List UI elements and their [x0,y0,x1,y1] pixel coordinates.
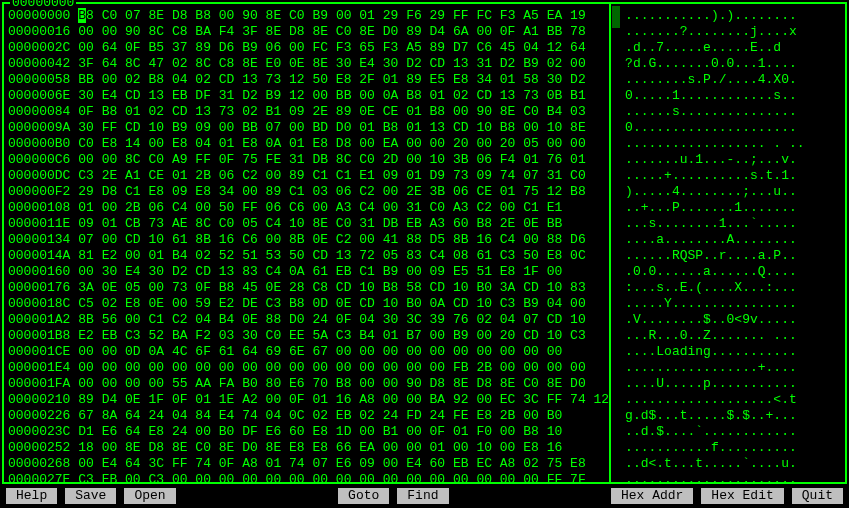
hex-byte[interactable]: 00 [523,344,539,359]
hex-byte[interactable]: FE [266,152,282,167]
hex-byte[interactable]: 73 [219,104,235,119]
hex-byte[interactable]: B0 [476,280,492,295]
hex-byte[interactable]: A2 [242,392,258,407]
hex-byte[interactable]: 92 [453,392,469,407]
hex-byte[interactable]: D8 [336,136,352,151]
hex-byte[interactable]: 80 [266,376,282,391]
hex-row[interactable]: 00000016 00 00 90 8C C8 BA F4 3F 8E D8 8… [8,24,609,40]
hex-byte[interactable]: 00 [406,472,422,487]
hex-byte[interactable]: B4 [219,312,235,327]
hex-byte[interactable]: 73 [523,88,539,103]
hex-byte[interactable]: B4 [359,328,375,343]
hex-byte[interactable]: 00 [148,136,164,151]
hex-byte[interactable]: 69 [266,344,282,359]
hex-byte[interactable]: 05 [383,248,399,263]
hex-byte[interactable]: 13 [195,104,211,119]
hex-byte[interactable]: 01 [148,248,164,263]
hex-byte[interactable]: 2D [383,152,399,167]
hex-byte[interactable]: 09 [476,168,492,183]
hex-byte[interactable]: C3 [78,472,94,487]
hex-byte[interactable]: 00 [78,360,94,375]
goto-button[interactable]: Goto [338,488,389,504]
hex-byte[interactable]: BA [430,392,446,407]
hex-byte[interactable]: 07 [523,312,539,327]
hex-byte[interactable]: 00 [78,264,94,279]
hex-byte[interactable]: CD [125,232,141,247]
hex-byte[interactable]: 01 [195,392,211,407]
hex-byte[interactable]: 0D [125,344,141,359]
hex-byte[interactable]: 09 [195,120,211,135]
hex-byte[interactable]: 8E [149,8,165,23]
hex-byte[interactable]: 03 [312,184,328,199]
hex-byte[interactable]: E6 [289,376,305,391]
hex-byte[interactable]: D4 [102,392,118,407]
hex-byte[interactable]: C6 [476,40,492,55]
hex-byte[interactable]: 30 [383,312,399,327]
hex-byte[interactable]: 00 [102,360,118,375]
hex-byte[interactable]: 07 [78,232,94,247]
hex-byte[interactable]: 16 [336,392,352,407]
hex-row[interactable]: 0000014A 81 E2 00 01 B4 02 52 51 53 50 C… [8,248,609,264]
hex-byte[interactable]: 50 [219,200,235,215]
hex-byte[interactable]: B9 [523,56,539,71]
hex-byte[interactable]: E8 [148,184,164,199]
hex-row[interactable]: 000000B0 C0 E8 14 00 E8 04 01 E8 0A 01 E… [8,136,609,152]
hex-byte[interactable]: 02 [195,72,211,87]
hex-byte[interactable]: B0 [547,408,563,423]
scrollbar-thumb[interactable] [612,6,620,28]
hex-byte[interactable]: D2 [172,264,188,279]
hex-byte[interactable]: B9 [172,120,188,135]
hex-byte[interactable]: 0A [289,264,305,279]
hex-byte[interactable]: 04 [523,40,539,55]
hex-byte[interactable]: 10 [359,280,375,295]
hex-byte[interactable]: 8E [312,216,328,231]
hex-byte[interactable]: C6 [289,200,305,215]
hex-byte[interactable]: 00 [383,392,399,407]
hex-byte[interactable]: D0 [242,440,258,455]
help-button[interactable]: Help [6,488,57,504]
hex-byte[interactable]: 00 [383,184,399,199]
hex-byte[interactable]: 00 [102,440,118,455]
hex-byte[interactable]: 00 [148,360,164,375]
hex-byte[interactable]: D8 [289,24,305,39]
hex-byte[interactable]: 00 [523,360,539,375]
hex-byte[interactable]: 89 [430,40,446,55]
hex-byte[interactable]: 00 [266,168,282,183]
hex-byte[interactable]: C1 [125,184,141,199]
hex-byte[interactable]: 8E [125,440,141,455]
hex-addr-button[interactable]: Hex Addr [611,488,693,504]
hex-byte[interactable]: 0C [570,248,586,263]
ascii-row[interactable]: g.d$...t.....$.$..+... [625,408,841,424]
hex-byte[interactable]: EA [383,136,399,151]
hex-byte[interactable]: 00 [312,472,328,487]
hex-byte[interactable]: 00 [266,472,282,487]
hex-byte[interactable]: 00 [266,232,282,247]
hex-byte[interactable]: EB [406,216,422,231]
hex-byte[interactable]: E8 [312,440,328,455]
hex-byte[interactable]: D8 [148,440,164,455]
hex-byte[interactable]: FF [242,200,258,215]
hex-byte[interactable]: 00 [430,328,446,343]
hex-byte[interactable]: EB [172,88,188,103]
hex-byte[interactable]: C0 [570,168,586,183]
hex-byte[interactable]: 89 [406,24,422,39]
hex-byte[interactable]: 0E [125,392,141,407]
hex-byte[interactable]: C0 [430,200,446,215]
hex-byte[interactable]: 3B [430,184,446,199]
hex-byte[interactable]: 00 [266,360,282,375]
hex-byte[interactable]: BB [547,216,563,231]
hex-byte[interactable]: D8 [172,8,188,23]
hex-byte[interactable]: 00 [359,232,375,247]
hex-byte[interactable]: 50 [312,72,328,87]
hex-byte[interactable]: C4 [430,248,446,263]
hex-byte[interactable]: 00 [500,200,516,215]
hex-byte[interactable]: EE [289,328,305,343]
hex-byte[interactable]: 34 [219,184,235,199]
hex-row[interactable]: 00000042 3F 64 8C 47 02 8C C8 8E E0 0E 8… [8,56,609,72]
hex-byte[interactable]: 64 [570,40,586,55]
hex-byte[interactable]: FD [406,408,422,423]
hex-byte[interactable]: 0F [219,456,235,471]
hex-byte[interactable]: B0 [219,424,235,439]
hex-byte[interactable]: C0 [523,376,539,391]
hex-byte[interactable]: C2 [242,168,258,183]
